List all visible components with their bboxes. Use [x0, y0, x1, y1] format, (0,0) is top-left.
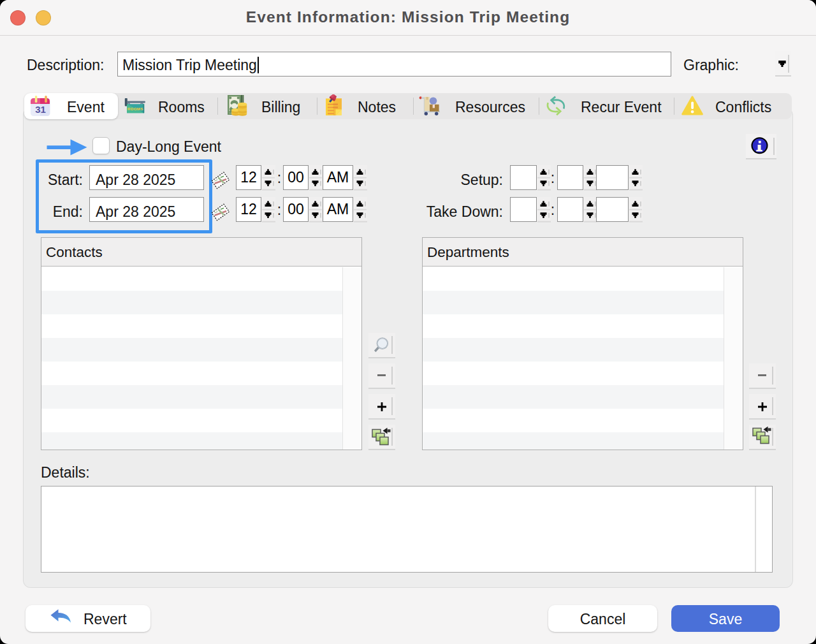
svg-text:ROOMS: ROOMS: [127, 106, 143, 111]
svg-text:31: 31: [35, 104, 46, 115]
